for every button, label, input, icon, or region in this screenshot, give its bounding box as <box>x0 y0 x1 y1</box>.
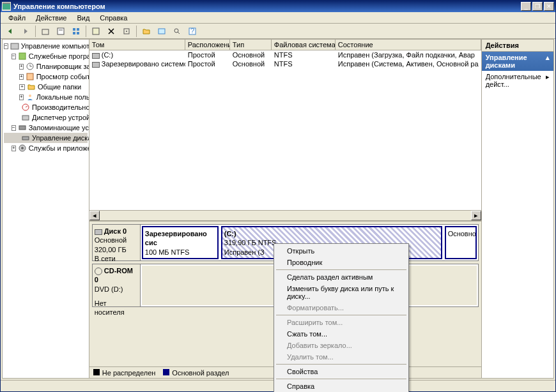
disk-label[interactable]: Диск 0 Основной 320,00 ГБ В сети <box>93 225 141 260</box>
tree-services[interactable]: +Службы и приложения <box>4 143 88 153</box>
ctx-format: Форматировать... <box>275 302 407 313</box>
col-status[interactable]: Состояние <box>336 40 481 50</box>
actions-panel: Действия Управление дисками▴ Дополнитель… <box>481 40 553 378</box>
menu-view[interactable]: Вид <box>72 13 95 23</box>
volume-list: (C:) Простой Основной NTFS Исправен (Заг… <box>89 50 481 210</box>
scroll-left-icon[interactable]: ◂ <box>89 211 100 220</box>
ctx-open[interactable]: Открыть <box>275 245 407 257</box>
ctx-mirror: Добавить зеркало... <box>275 340 407 351</box>
cdrom-icon <box>95 268 102 275</box>
maximize-button[interactable]: ❐ <box>532 2 543 11</box>
volume-header: Том Расположение Тип Файловая система Со… <box>89 40 481 50</box>
actions-section[interactable]: Управление дисками▴ <box>482 52 553 71</box>
minimize-button[interactable]: _ <box>521 2 531 11</box>
refresh-icon[interactable] <box>89 25 103 38</box>
ctx-extend: Расширить том... <box>275 317 407 328</box>
tree-diskmgmt[interactable]: Управление дисками <box>4 133 88 143</box>
tree-local-users[interactable]: +Локальные пользовател <box>4 92 88 102</box>
ctx-explorer[interactable]: Проводник <box>275 257 407 268</box>
drive-icon <box>92 53 100 59</box>
svg-rect-9 <box>93 28 99 34</box>
svg-rect-7 <box>73 32 75 34</box>
menubar: Файл Действие Вид Справка <box>1 12 555 24</box>
svg-point-11 <box>126 31 127 32</box>
svg-rect-8 <box>77 32 79 34</box>
svg-rect-18 <box>19 53 26 59</box>
grid-icon[interactable] <box>69 25 83 38</box>
forward-button[interactable] <box>19 25 33 38</box>
actions-header: Действия <box>482 40 553 52</box>
collapse-icon: ▴ <box>546 54 550 69</box>
tree-devmgr[interactable]: Диспетчер устройств <box>4 112 88 123</box>
folder-icon[interactable] <box>139 25 153 38</box>
primary-swatch <box>163 369 169 375</box>
ctx-active[interactable]: Сделать раздел активным <box>275 271 407 283</box>
app-icon <box>2 2 11 11</box>
col-volume[interactable]: Том <box>89 40 185 50</box>
chevron-right-icon: ▸ <box>546 73 550 88</box>
drive-icon <box>92 62 100 68</box>
svg-rect-3 <box>58 28 64 34</box>
h-scrollbar[interactable]: ◂▸ <box>89 210 481 220</box>
tree-storage[interactable]: −Запоминающие устройства <box>4 123 88 133</box>
window-title: Управление компьютером <box>13 3 520 10</box>
tree-panel: −Управление компьютером (лока −Служебные… <box>3 40 89 378</box>
settings-icon[interactable] <box>120 25 134 38</box>
search-icon[interactable] <box>170 25 184 38</box>
toolbar: ? <box>1 24 555 39</box>
ctx-shrink[interactable]: Сжать том... <box>275 328 407 340</box>
tree-scheduler[interactable]: +Планировщик заданий <box>4 61 88 72</box>
close-button[interactable]: ✕ <box>544 2 554 11</box>
scroll-right-icon[interactable]: ▸ <box>471 211 481 220</box>
ctx-props[interactable]: Свойства <box>275 366 407 377</box>
actions-more[interactable]: Дополнительные дейст...▸ <box>482 71 553 90</box>
svg-rect-26 <box>22 116 29 120</box>
col-layout[interactable]: Расположение <box>185 40 230 50</box>
tree-root[interactable]: −Управление компьютером (лока <box>4 41 88 51</box>
volume-row[interactable]: (C:) Простой Основной NTFS Исправен (Заг… <box>89 50 481 59</box>
tree-perf[interactable]: Производительность <box>4 102 88 112</box>
disk-label[interactable]: CD-ROM 0 DVD (D:) Нет носителя <box>93 264 141 306</box>
tree-sys-tools[interactable]: −Служебные программы <box>4 51 88 61</box>
svg-rect-1 <box>3 3 10 4</box>
titlebar: Управление компьютером _ ❐ ✕ <box>1 1 555 12</box>
ctx-help[interactable]: Справка <box>275 381 407 392</box>
partition[interactable]: Зарезервировано сис 100 МБ NTFS Исправен… <box>142 226 219 259</box>
disk-icon <box>95 229 102 235</box>
svg-rect-5 <box>73 28 75 31</box>
col-type[interactable]: Тип <box>230 40 272 50</box>
svg-text:?: ? <box>190 27 194 34</box>
menu-action[interactable]: Действие <box>31 13 72 23</box>
volume-row[interactable]: Зарезервировано системой Простой Основно… <box>89 59 481 68</box>
delete-icon[interactable] <box>104 25 118 38</box>
help-icon[interactable]: ? <box>185 25 199 38</box>
tree-event-viewer[interactable]: +Просмотр событий <box>4 72 88 82</box>
svg-rect-22 <box>27 73 33 80</box>
svg-line-14 <box>178 32 180 34</box>
unalloc-swatch <box>93 369 100 375</box>
svg-point-30 <box>21 147 24 149</box>
svg-point-23 <box>29 94 31 97</box>
ctx-delete: Удалить том... <box>275 351 407 363</box>
svg-rect-17 <box>11 43 19 49</box>
ctx-letter[interactable]: Изменить букву диска или путь к диску... <box>275 283 407 302</box>
svg-rect-0 <box>3 4 10 10</box>
context-menu: Открыть Проводник Сделать раздел активны… <box>274 243 409 392</box>
svg-rect-12 <box>158 29 165 34</box>
svg-rect-28 <box>22 137 29 140</box>
menu-file[interactable]: Файл <box>3 13 31 23</box>
svg-rect-6 <box>77 28 79 31</box>
partition[interactable]: Основной <box>445 226 477 259</box>
svg-rect-2 <box>42 29 49 34</box>
menu-help[interactable]: Справка <box>95 13 132 23</box>
tree-shared[interactable]: +Общие папки <box>4 82 88 92</box>
svg-rect-27 <box>19 126 26 130</box>
up-icon[interactable] <box>38 25 52 38</box>
back-button[interactable] <box>3 25 17 38</box>
props-icon[interactable] <box>54 25 68 38</box>
col-fs[interactable]: Файловая система <box>272 40 336 50</box>
wizard-icon[interactable] <box>155 25 169 38</box>
